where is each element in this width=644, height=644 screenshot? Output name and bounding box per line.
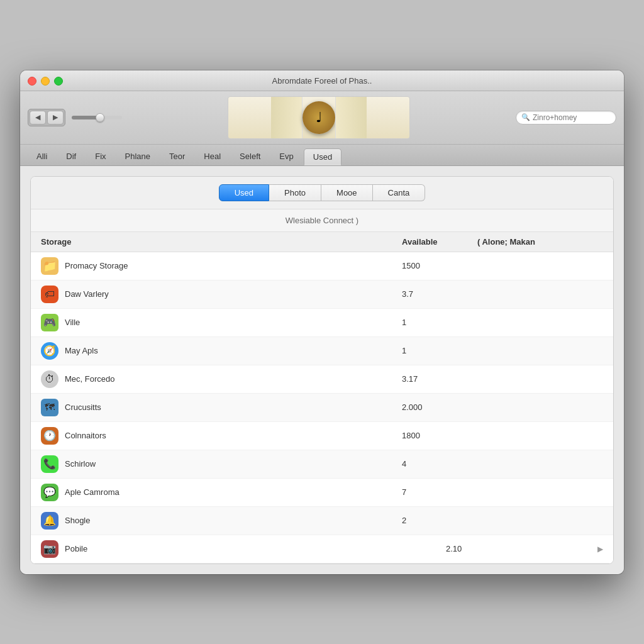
window-title: Abromdate Foreel of Phas..	[272, 76, 372, 86]
search-input[interactable]	[533, 113, 611, 122]
row-name: 🏷 Daw Varlery	[41, 286, 402, 303]
row-name: 🗺 Crucusitts	[41, 399, 402, 416]
row-name: 📷 Pobile	[41, 540, 446, 558]
album-art-left	[271, 97, 303, 138]
content-inner: Used Photo Mooe Canta Wlesiable Connect …	[30, 176, 614, 564]
table-row[interactable]: 🗺 Crucusitts 2.000	[31, 394, 613, 422]
available-value: 3.7	[402, 289, 477, 299]
app-icon-crucusitts: 🗺	[41, 399, 58, 416]
app-name: Shogle	[65, 516, 90, 525]
tab-alli[interactable]: Alli	[28, 148, 56, 165]
minimize-button[interactable]	[41, 77, 50, 86]
content-area: Used Photo Mooe Canta Wlesiable Connect …	[20, 166, 624, 574]
app-name: May Apls	[65, 346, 98, 355]
subtab-photo[interactable]: Photo	[269, 184, 321, 201]
back-button[interactable]: ◀	[30, 111, 46, 125]
app-name: Ville	[65, 318, 80, 327]
app-name: Promacy Storage	[65, 261, 128, 270]
table-row[interactable]: 📷 Pobile 2.10 ▶	[31, 535, 613, 564]
row-name: 💬 Aple Camroma	[41, 484, 402, 501]
subtab-used[interactable]: Used	[219, 184, 269, 201]
tab-dif[interactable]: Dif	[57, 148, 85, 165]
app-name: Schirlow	[65, 459, 96, 469]
available-value: 1500	[402, 261, 477, 270]
table-row[interactable]: 🧭 May Apls 1	[31, 337, 613, 365]
app-icon-mec: ⏱	[41, 370, 58, 388]
search-box[interactable]: 🔍	[516, 111, 616, 125]
chevron-right-icon[interactable]: ▶	[597, 545, 603, 553]
tab-seleft[interactable]: Seleft	[231, 148, 269, 165]
col-alone-makan: ( Alone; Makan	[477, 237, 603, 247]
app-name: Daw Varlery	[65, 289, 109, 299]
maximize-button[interactable]	[54, 77, 63, 86]
album-art-container: ♩	[128, 96, 509, 139]
table-body: 📁 Promacy Storage 1500 🏷 Daw Varlery 3.7	[31, 252, 613, 564]
row-name: 📁 Promacy Storage	[41, 257, 402, 275]
table-row[interactable]: ⏱ Mec, Forcedo 3.17	[31, 365, 613, 394]
table-row[interactable]: 🕐 Colnnaitors 1800	[31, 422, 613, 450]
tab-phlane[interactable]: Phlane	[116, 148, 159, 165]
row-name: 🕐 Colnnaitors	[41, 427, 402, 445]
available-value: 1	[402, 346, 477, 355]
available-value: 2.000	[402, 402, 477, 412]
col-storage: Storage	[41, 237, 402, 247]
available-value: 7	[402, 487, 477, 497]
slider-container	[72, 116, 122, 119]
tab-evp[interactable]: Evp	[270, 148, 302, 165]
app-name: Colnnaitors	[65, 431, 106, 440]
tabbar: Alli Dif Fix Phlane Teor Heal Seleft Evp…	[20, 145, 624, 166]
available-value: 3.17	[402, 374, 477, 384]
available-value: 4	[402, 459, 477, 469]
nav-buttons: ◀ ▶	[28, 109, 65, 126]
slider-thumb	[96, 113, 104, 122]
volume-slider[interactable]	[72, 116, 122, 119]
close-button[interactable]	[28, 77, 36, 86]
app-name: Aple Camroma	[65, 487, 119, 497]
album-art: ♩	[228, 96, 410, 139]
available-value: 1	[402, 318, 477, 327]
tab-fix[interactable]: Fix	[86, 148, 114, 165]
row-name: 🎮 Ville	[41, 314, 402, 331]
available-value: 1800	[402, 431, 477, 440]
app-icon-daw: 🏷	[41, 286, 58, 303]
app-name: Mec, Forcedo	[65, 374, 114, 384]
main-window: Abromdate Foreel of Phas.. ◀ ▶ ♩ 🔍 Alli …	[20, 70, 624, 574]
traffic-lights	[28, 77, 63, 86]
titlebar: Abromdate Foreel of Phas..	[20, 70, 624, 91]
row-name: ⏱ Mec, Forcedo	[41, 370, 402, 388]
subtabs: Used Photo Mooe Canta	[31, 177, 613, 209]
row-name: 🔔 Shogle	[41, 512, 402, 530]
table-row[interactable]: 🎮 Ville 1	[31, 309, 613, 337]
table-row[interactable]: 📞 Schirlow 4	[31, 450, 613, 479]
row-name: 📞 Schirlow	[41, 455, 402, 473]
search-icon: 🔍	[521, 113, 530, 121]
app-name: Crucusitts	[65, 402, 101, 412]
table-row[interactable]: 📁 Promacy Storage 1500	[31, 252, 613, 280]
table-row[interactable]: 🏷 Daw Varlery 3.7	[31, 280, 613, 309]
subtab-mooe[interactable]: Mooe	[321, 184, 373, 201]
app-icon-aplecamroma: 💬	[41, 484, 58, 501]
forward-button[interactable]: ▶	[47, 111, 64, 125]
table-row[interactable]: 💬 Aple Camroma 7	[31, 479, 613, 507]
available-value: 2	[402, 516, 477, 525]
toolbar: ◀ ▶ ♩ 🔍	[20, 91, 624, 145]
app-icon-ville: 🎮	[41, 314, 58, 331]
available-value: 2.10	[446, 544, 521, 553]
app-icon-shogle: 🔔	[41, 512, 58, 530]
table-row[interactable]: 🔔 Shogle 2	[31, 507, 613, 535]
app-icon-mayapls: 🧭	[41, 342, 58, 360]
app-name: Pobile	[65, 544, 87, 553]
row-name: 🧭 May Apls	[41, 342, 402, 360]
music-icon: ♩	[303, 101, 335, 134]
table-header: Storage Available ( Alone; Makan	[31, 232, 613, 252]
subtab-canta[interactable]: Canta	[373, 184, 426, 201]
tab-teor[interactable]: Teor	[160, 148, 194, 165]
app-icon-colnnaitors: 🕐	[41, 427, 58, 445]
tab-heal[interactable]: Heal	[195, 148, 230, 165]
tab-used[interactable]: Used	[304, 148, 341, 165]
app-icon-promacy: 📁	[41, 257, 58, 275]
app-icon-schirlow: 📞	[41, 455, 58, 473]
album-art-right	[335, 97, 367, 138]
col-available: Available	[402, 237, 477, 247]
app-icon-pobile: 📷	[41, 540, 58, 558]
